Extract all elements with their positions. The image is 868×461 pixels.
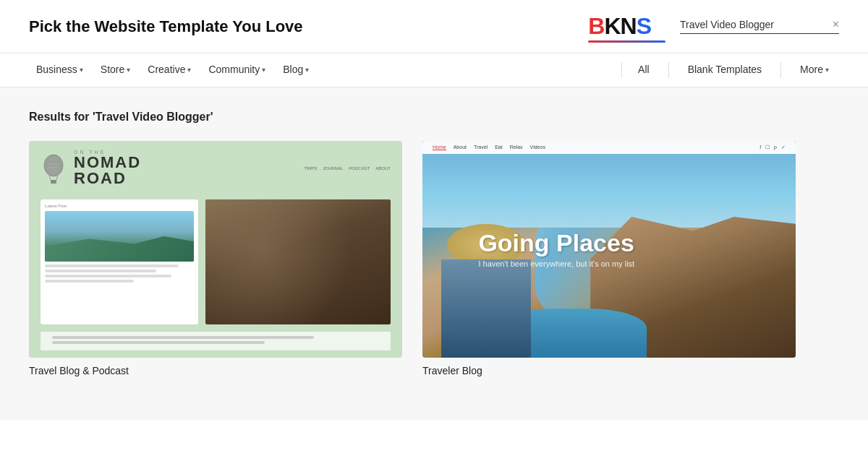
nomad-nav-bar: TRIPS JOURNAL PODCAST ABOUT bbox=[148, 166, 391, 171]
nav-item-community[interactable]: Community ▾ bbox=[201, 53, 273, 87]
going-nav-about: About bbox=[454, 145, 467, 150]
nomad-content-area: Latest Post bbox=[29, 192, 402, 332]
going-nav-travel: Travel bbox=[474, 145, 488, 150]
logo: BKNS bbox=[588, 13, 665, 40]
going-social-icons: f ☐ p ✓ bbox=[760, 145, 786, 150]
nomad-road: ROAD bbox=[74, 171, 141, 186]
chevron-down-icon: ▾ bbox=[262, 66, 265, 74]
going-nav-home: Home bbox=[433, 145, 446, 150]
going-places-title: Going Places bbox=[478, 230, 739, 257]
nav-item-store[interactable]: Store ▾ bbox=[93, 53, 137, 87]
going-nav-videos: Videos bbox=[530, 145, 545, 150]
going-nav-relax: Relax bbox=[510, 145, 523, 150]
chevron-down-icon: ▾ bbox=[127, 66, 130, 74]
twitter-icon: ✓ bbox=[781, 145, 786, 150]
pinterest-icon: p bbox=[774, 145, 777, 150]
nomad-balloon-icon bbox=[41, 151, 67, 186]
nomad-header: ON THE NOMAD ROAD TRIPS JOURNAL PODCAST … bbox=[29, 141, 402, 192]
main-content: Results for 'Travel Video Blogger' bbox=[0, 87, 868, 420]
going-nav-items: Home About Travel Eat Relax Videos bbox=[433, 145, 545, 150]
nomad-text-line-4 bbox=[45, 280, 134, 283]
nomad-title-block: ON THE NOMAD ROAD bbox=[74, 150, 141, 186]
nav-label-creative: Creative bbox=[148, 64, 185, 75]
nav-label-business: Business bbox=[36, 64, 77, 75]
nav-item-more[interactable]: More ▾ bbox=[790, 53, 839, 87]
logo-n: N bbox=[621, 13, 637, 40]
facebook-icon: f bbox=[760, 145, 761, 150]
nomad-nav-podcast: PODCAST bbox=[349, 166, 370, 171]
nomad-text-line-2 bbox=[45, 270, 156, 272]
nomad-text-line-3 bbox=[45, 275, 171, 277]
logo-b: B bbox=[588, 13, 604, 40]
chevron-down-icon: ▾ bbox=[305, 66, 309, 74]
page-title: Pick the Website Template You Love bbox=[29, 17, 574, 36]
going-body bbox=[441, 259, 531, 358]
svg-rect-4 bbox=[51, 180, 56, 184]
nomad-nav-trips: TRIPS bbox=[305, 166, 318, 171]
nav-item-all[interactable]: All bbox=[628, 53, 660, 87]
nav-item-blank-templates[interactable]: Blank Templates bbox=[678, 53, 772, 87]
template-card-travel-blog[interactable]: ON THE NOMAD ROAD TRIPS JOURNAL PODCAST … bbox=[29, 141, 402, 376]
nav-item-business[interactable]: Business ▾ bbox=[29, 53, 90, 87]
logo-s: S bbox=[637, 13, 651, 40]
nav-label-community: Community bbox=[208, 64, 260, 75]
nav-right: All Blank Templates More ▾ bbox=[628, 53, 839, 87]
template-name-travel-blog: Travel Blog & Podcast bbox=[29, 365, 402, 376]
results-label: Results for 'Travel Video Blogger' bbox=[29, 111, 839, 124]
templates-grid: ON THE NOMAD ROAD TRIPS JOURNAL PODCAST … bbox=[29, 141, 796, 376]
template-thumb-going: Home About Travel Eat Relax Videos f ☐ p… bbox=[422, 141, 796, 358]
template-thumb-nomad: ON THE NOMAD ROAD TRIPS JOURNAL PODCAST … bbox=[29, 141, 402, 358]
nomad-left-panel: Latest Post bbox=[41, 199, 198, 324]
going-text-overlay: Going Places I haven't been everywhere, … bbox=[478, 230, 739, 268]
nomad-bottom-text bbox=[41, 332, 391, 350]
template-name-traveler-blog: Traveler Blog bbox=[422, 365, 796, 376]
search-clear-button[interactable]: × bbox=[833, 19, 839, 30]
nomad-bottom-line-1 bbox=[52, 336, 314, 339]
going-nav-eat: Eat bbox=[495, 145, 503, 150]
search-input[interactable] bbox=[680, 19, 828, 30]
nav-divider-3 bbox=[780, 62, 781, 78]
main-nav: Business ▾ Store ▾ Creative ▾ Community … bbox=[0, 53, 868, 87]
nomad-mountain-image bbox=[45, 211, 194, 262]
nomad-panel-label: Latest Post bbox=[45, 204, 194, 208]
nomad-text-line-1 bbox=[45, 264, 179, 267]
nav-label-all: All bbox=[638, 64, 650, 75]
nav-item-blog[interactable]: Blog ▾ bbox=[276, 53, 316, 87]
nav-divider bbox=[621, 62, 622, 78]
nomad-bottom-line-2 bbox=[52, 341, 265, 344]
nav-left: Business ▾ Store ▾ Creative ▾ Community … bbox=[29, 53, 616, 87]
nomad-right-image bbox=[205, 199, 391, 324]
template-card-traveler-blog[interactable]: Home About Travel Eat Relax Videos f ☐ p… bbox=[422, 141, 796, 376]
chevron-down-icon: ▾ bbox=[80, 66, 83, 74]
nomad-title: NOMAD bbox=[74, 155, 141, 171]
nav-item-creative[interactable]: Creative ▾ bbox=[140, 53, 198, 87]
going-mini-nav: Home About Travel Eat Relax Videos f ☐ p… bbox=[422, 141, 796, 154]
logo-text: BKNS bbox=[588, 13, 651, 40]
chevron-down-icon: ▾ bbox=[187, 66, 191, 74]
going-places-subtitle: I haven't been everywhere, but it's on m… bbox=[478, 260, 739, 269]
header: Pick the Website Template You Love BKNS … bbox=[0, 0, 868, 53]
nomad-text-block bbox=[45, 264, 194, 283]
nav-divider-2 bbox=[668, 62, 669, 78]
chevron-down-icon: ▾ bbox=[825, 66, 829, 74]
instagram-icon: ☐ bbox=[765, 145, 770, 150]
nav-label-store: Store bbox=[101, 64, 124, 75]
nav-label-blog: Blog bbox=[283, 64, 303, 75]
nav-label-blank-templates: Blank Templates bbox=[688, 64, 762, 75]
nomad-nav-about: ABOUT bbox=[375, 166, 391, 171]
logo-k: K bbox=[604, 13, 620, 40]
nav-label-more: More bbox=[800, 64, 823, 75]
search-box: × bbox=[680, 19, 839, 34]
going-sky bbox=[422, 141, 796, 228]
nomad-nav-journal: JOURNAL bbox=[323, 166, 343, 171]
